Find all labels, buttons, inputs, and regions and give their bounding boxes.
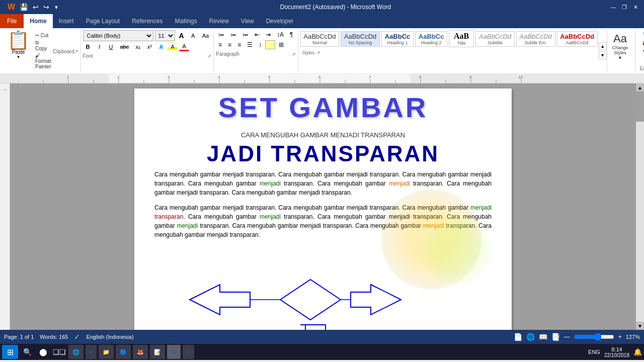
notification-btn[interactable]: 🔔 bbox=[633, 348, 642, 356]
tab-mailings[interactable]: Mailings bbox=[169, 14, 203, 28]
scrollbar-up-btn[interactable]: ▲ bbox=[636, 83, 644, 92]
style-aa[interactable]: AaBbCcDd AaBbCcDd bbox=[557, 31, 598, 47]
view-web-btn[interactable]: 🌐 bbox=[526, 333, 535, 341]
text-effects-btn[interactable]: A bbox=[156, 43, 166, 51]
search-taskbar-btn[interactable]: 🔍 bbox=[20, 345, 34, 359]
start-button[interactable]: ⊞ bbox=[2, 345, 18, 359]
tab-view[interactable]: View bbox=[235, 14, 260, 28]
style-subtitle[interactable]: AaBbCcDd Subtitle bbox=[475, 31, 515, 47]
style-normal[interactable]: AaBbCcDd Normal bbox=[300, 31, 340, 47]
font-size-decrease-btn[interactable]: A bbox=[188, 32, 198, 40]
more-quick-btn[interactable]: ▼ bbox=[52, 4, 60, 11]
show-para-btn[interactable]: ¶ bbox=[287, 30, 295, 39]
decrease-indent-btn[interactable]: ⇤ bbox=[252, 30, 262, 39]
italic-button[interactable]: I bbox=[95, 43, 105, 51]
cut-button[interactable]: ✂ Cut bbox=[34, 32, 53, 39]
styles-scroll-up[interactable]: ▲ bbox=[599, 42, 607, 50]
chrome-taskbar-btn[interactable]: 🔵 bbox=[116, 345, 131, 359]
select-button[interactable]: ↖ Select▼ bbox=[639, 47, 644, 56]
find-button[interactable]: 🔍 Find▼ bbox=[639, 30, 644, 39]
view-normal-btn[interactable]: 📄 bbox=[514, 333, 522, 341]
page-info: Page: 1 of 1 bbox=[4, 334, 34, 340]
restore-btn[interactable]: ❐ bbox=[620, 3, 629, 12]
change-styles-button[interactable]: Aa ChangeStyles ▼ bbox=[607, 30, 633, 71]
undo-quick-btn[interactable]: ↩ bbox=[31, 2, 40, 12]
paste-icon: 📋 bbox=[7, 31, 30, 49]
style-subtle-em[interactable]: AaBbCcDd Subtle Em. bbox=[516, 31, 555, 47]
scrollbar-thumb[interactable] bbox=[636, 92, 644, 122]
word-logo: W bbox=[6, 2, 17, 13]
font-name-select[interactable]: Calibri (Body) bbox=[83, 30, 153, 41]
edge-taskbar-btn[interactable]: e bbox=[86, 345, 97, 359]
tab-insert[interactable]: Insert bbox=[53, 14, 80, 28]
styles-expand[interactable]: ↗ bbox=[316, 50, 320, 55]
task-view-btn[interactable]: ❑❑ bbox=[52, 345, 66, 359]
shading-btn[interactable] bbox=[265, 40, 275, 49]
clipboard-actions: ✂ Cut ⧉ Copy 🖌 Format Painter bbox=[33, 30, 53, 71]
style-no-spacing[interactable]: AaBbCcDd No Spacing bbox=[341, 31, 380, 47]
style-heading1[interactable]: AaBbCc Heading 1 bbox=[381, 31, 414, 47]
tab-developer[interactable]: Developer bbox=[260, 14, 300, 28]
paste-button[interactable]: 📋 Paste ▼ bbox=[4, 30, 33, 71]
replace-button[interactable]: ⇄ Replace bbox=[639, 39, 644, 47]
multilevel-btn[interactable]: ≔ bbox=[240, 30, 251, 39]
bold-button[interactable]: B bbox=[83, 43, 93, 51]
minimize-btn[interactable]: — bbox=[609, 3, 618, 12]
paste-dropdown[interactable]: ▼ bbox=[17, 55, 21, 59]
scrollbar-track[interactable] bbox=[636, 92, 644, 322]
font-expand[interactable]: ↗ bbox=[207, 54, 211, 59]
zoom-slider[interactable] bbox=[574, 333, 614, 341]
font-color-btn[interactable]: A bbox=[179, 42, 189, 51]
highlight-btn[interactable]: A bbox=[168, 43, 178, 51]
increase-indent-btn[interactable]: ⇥ bbox=[263, 30, 273, 39]
notepad-taskbar-btn[interactable]: 📝 bbox=[150, 345, 165, 359]
style-title[interactable]: AaB Title bbox=[449, 30, 474, 47]
align-right-btn[interactable]: ≡ bbox=[235, 40, 244, 49]
numbering-btn[interactable]: ≔ bbox=[228, 30, 239, 39]
styles-scroll-down[interactable]: ▼ bbox=[599, 51, 607, 59]
ie-taskbar-btn[interactable]: 🌐 bbox=[68, 345, 84, 359]
superscript-button[interactable]: x² bbox=[144, 43, 154, 51]
explorer-taskbar-btn[interactable]: 📁 bbox=[99, 345, 114, 359]
word-taskbar-btn[interactable]: W bbox=[167, 345, 180, 359]
borders-btn[interactable]: ⊞ bbox=[276, 40, 286, 49]
tab-references[interactable]: References bbox=[126, 14, 169, 28]
scrollbar-down-btn[interactable]: ▼ bbox=[636, 322, 644, 330]
font-size-increase-btn[interactable]: A bbox=[177, 31, 187, 41]
save-quick-btn[interactable]: 💾 bbox=[18, 2, 30, 12]
underline-button[interactable]: U bbox=[106, 43, 116, 51]
justify-btn[interactable]: ☰ bbox=[245, 40, 255, 49]
zoom-in-btn[interactable]: + bbox=[618, 333, 622, 340]
tab-review[interactable]: Review bbox=[203, 14, 234, 28]
sort-btn[interactable]: ↕A bbox=[274, 30, 286, 39]
close-btn[interactable]: ✕ bbox=[631, 3, 640, 12]
bullets-btn[interactable]: ≔ bbox=[216, 30, 227, 39]
copy-button[interactable]: ⧉ Copy bbox=[34, 39, 53, 52]
tab-home[interactable]: Home bbox=[24, 14, 52, 28]
view-outline-btn[interactable]: 📑 bbox=[551, 333, 560, 341]
align-left-btn[interactable]: ≡ bbox=[216, 40, 224, 49]
doc-main-heading: JADI TRANSPARAN bbox=[154, 143, 492, 165]
excel-taskbar-btn[interactable]: X bbox=[183, 345, 194, 359]
view-reading-btn[interactable]: 📖 bbox=[539, 333, 547, 341]
para-expand[interactable]: ↗ bbox=[292, 52, 296, 57]
doc-scroll-area[interactable]: SET GAMBAR CARA MENGUBAH GAMBAR MENJADI … bbox=[10, 83, 636, 330]
format-painter-button[interactable]: 🖌 Format Painter bbox=[34, 52, 53, 70]
strikethrough-button[interactable]: abc bbox=[118, 43, 132, 51]
right-scrollbar[interactable]: ▲ ▼ bbox=[636, 83, 644, 330]
subscript-button[interactable]: x₂ bbox=[133, 43, 143, 51]
style-heading2[interactable]: AaBbCc Heading 2 bbox=[415, 31, 447, 47]
line-spacing-btn[interactable]: ↕ bbox=[256, 40, 264, 49]
font-case-btn[interactable]: Aa bbox=[200, 32, 211, 40]
zoom-out-btn[interactable]: — bbox=[564, 333, 570, 340]
tab-file[interactable]: File bbox=[0, 14, 24, 28]
clipboard-expand[interactable]: ↗ bbox=[74, 49, 78, 54]
align-center-btn[interactable]: ≡ bbox=[225, 40, 234, 49]
tab-page-layout[interactable]: Page Layout bbox=[80, 14, 126, 28]
firefox-taskbar-btn[interactable]: 🦊 bbox=[133, 345, 148, 359]
zoom-level[interactable]: 127% bbox=[626, 334, 640, 340]
redo-quick-btn[interactable]: ↪ bbox=[42, 2, 51, 12]
cortana-btn[interactable]: ⬤ bbox=[36, 345, 50, 359]
font-size-select[interactable]: 11 bbox=[155, 30, 175, 41]
language-indicator[interactable]: English (Indonesia) bbox=[86, 334, 133, 340]
